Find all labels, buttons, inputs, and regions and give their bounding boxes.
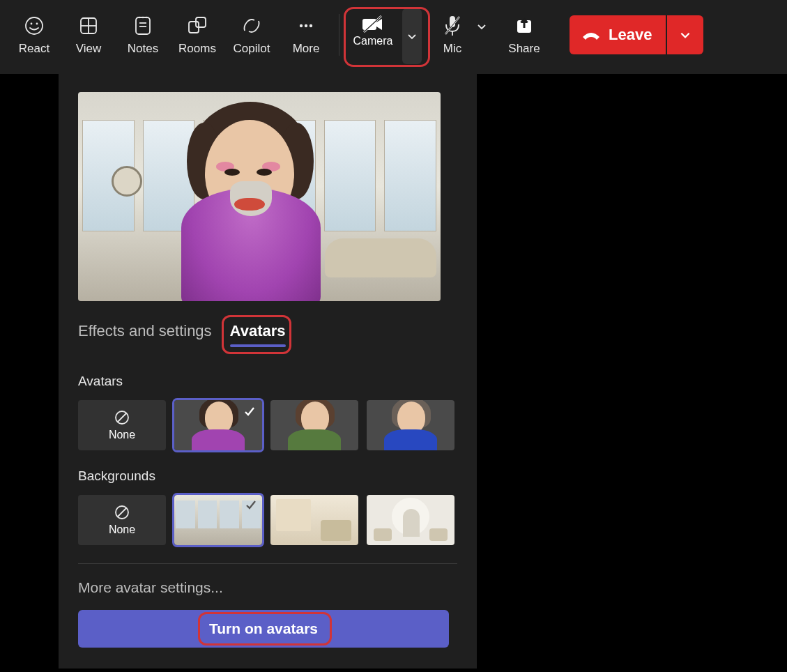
svg-point-16	[310, 24, 312, 27]
backgrounds-section-label: Backgrounds	[78, 468, 457, 484]
svg-line-29	[118, 508, 126, 517]
svg-point-1	[31, 23, 33, 25]
svg-point-10	[142, 17, 144, 18]
avatar-option-none[interactable]: None	[78, 400, 166, 450]
check-icon	[244, 498, 258, 512]
camera-dropdown[interactable]	[402, 8, 422, 64]
avatar-options: None	[78, 400, 457, 450]
none-label: None	[109, 429, 135, 441]
tab-avatars[interactable]: Avatars	[230, 322, 286, 353]
svg-rect-25	[524, 22, 526, 28]
copilot-label: Copilot	[234, 42, 270, 56]
react-label: React	[19, 42, 49, 56]
mic-label: Mic	[443, 42, 461, 56]
mic-off-icon	[443, 14, 462, 38]
avatar-option-3[interactable]	[367, 400, 454, 450]
mic-dropdown[interactable]	[473, 8, 490, 32]
share-button[interactable]: Share	[497, 8, 551, 60]
view-button[interactable]: View	[61, 8, 116, 60]
copilot-button[interactable]: Copilot	[224, 8, 279, 60]
rooms-button[interactable]: Rooms	[170, 8, 224, 60]
notes-icon	[133, 14, 153, 38]
background-option-none[interactable]: None	[78, 495, 166, 545]
more-avatar-settings[interactable]: More avatar settings...	[78, 579, 457, 596]
check-icon	[243, 404, 257, 418]
svg-point-9	[139, 17, 140, 18]
meeting-toolbar: React View Notes	[0, 0, 787, 74]
svg-point-2	[36, 23, 38, 25]
notes-label: Notes	[128, 42, 158, 56]
chevron-down-icon	[679, 29, 692, 41]
camera-settings-panel: Effects and settings Avatars Avatars Non…	[59, 74, 477, 669]
camera-label: Camera	[353, 35, 393, 47]
toolbar-separator	[339, 14, 339, 56]
avatar-option-1[interactable]	[174, 400, 262, 450]
background-option-3[interactable]	[367, 495, 454, 545]
more-icon	[296, 14, 316, 38]
prohibit-icon	[114, 504, 130, 521]
tab-avatars-label: Avatars	[230, 322, 286, 339]
camera-button[interactable]: Camera	[345, 8, 401, 52]
grid-icon	[78, 14, 99, 38]
rooms-icon	[187, 14, 208, 38]
turn-on-avatars-button[interactable]: Turn on avatars	[78, 610, 449, 648]
divider	[78, 563, 457, 564]
chevron-down-icon	[406, 31, 418, 42]
leave-label: Leave	[609, 26, 652, 44]
background-option-1[interactable]	[174, 495, 262, 545]
svg-point-11	[146, 17, 147, 18]
avatar-preview	[78, 92, 441, 301]
copilot-icon	[240, 14, 263, 38]
more-label: More	[293, 42, 320, 56]
tab-effects-and-settings[interactable]: Effects and settings	[78, 322, 212, 353]
smile-icon	[24, 14, 45, 38]
share-label: Share	[508, 42, 540, 56]
rooms-label: Rooms	[178, 42, 216, 56]
hangup-icon	[581, 27, 602, 43]
svg-line-27	[118, 413, 126, 422]
svg-point-0	[26, 17, 43, 34]
svg-point-15	[305, 24, 307, 27]
avatars-section-label: Avatars	[78, 374, 457, 389]
svg-point-14	[300, 24, 303, 27]
svg-rect-6	[136, 17, 150, 34]
view-label: View	[76, 42, 102, 56]
mic-button[interactable]: Mic	[431, 8, 473, 60]
panel-tabs: Effects and settings Avatars	[78, 322, 457, 353]
notes-button[interactable]: Notes	[116, 8, 170, 60]
prohibit-icon	[114, 409, 130, 426]
leave-dropdown[interactable]	[667, 15, 703, 54]
more-button[interactable]: More	[279, 8, 333, 60]
turn-on-avatars-label: Turn on avatars	[209, 620, 318, 637]
chevron-down-icon	[476, 21, 487, 32]
mic-group: Mic	[431, 8, 490, 60]
camera-off-icon	[360, 14, 385, 35]
camera-group: Camera	[345, 8, 422, 68]
background-options: None	[78, 495, 457, 545]
none-label: None	[109, 524, 135, 536]
share-icon	[514, 14, 535, 38]
react-button[interactable]: React	[7, 8, 61, 60]
avatar-option-2[interactable]	[270, 400, 358, 450]
leave-button[interactable]: Leave	[570, 15, 666, 54]
background-option-2[interactable]	[270, 495, 358, 545]
